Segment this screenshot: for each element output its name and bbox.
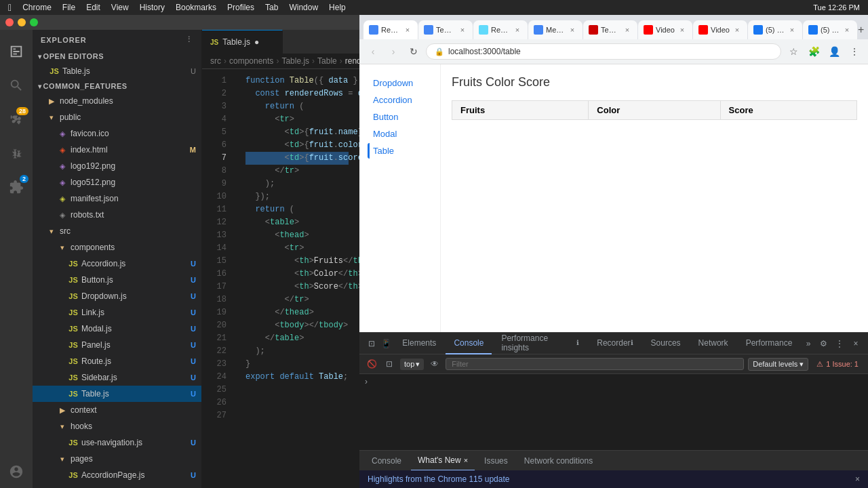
- search-activity-icon[interactable]: [0, 69, 33, 102]
- profile-btn[interactable]: 👤: [826, 43, 842, 60]
- chrome-tab-video2[interactable]: Video ×: [693, 20, 747, 39]
- bc-file[interactable]: Table.js: [281, 56, 309, 66]
- tab-close-memb[interactable]: ×: [568, 25, 577, 35]
- console-eye-icon[interactable]: 👁: [428, 357, 441, 371]
- chrome-tab-testing[interactable]: Testin... ×: [418, 20, 473, 39]
- chrome-tab-texas[interactable]: Texas ×: [583, 20, 637, 39]
- address-bar[interactable]: 🔒 localhost:3000/table: [426, 43, 781, 60]
- devtools-mobile-icon[interactable]: 📱: [380, 337, 393, 350]
- bc-components[interactable]: components: [229, 56, 273, 66]
- bc-src[interactable]: src: [210, 56, 221, 66]
- chrome-tab-mi2[interactable]: (5) Mi... ×: [803, 20, 857, 39]
- tree-components[interactable]: ▾ components: [33, 239, 201, 256]
- tree-panel-js[interactable]: JS Panel.js U: [33, 337, 201, 353]
- explorer-activity-icon[interactable]: [0, 35, 33, 68]
- tree-sidebar-js[interactable]: JS Sidebar.js U: [33, 369, 201, 386]
- nav-button[interactable]: Button: [368, 109, 432, 125]
- devtools-tab-elements[interactable]: Elements: [394, 333, 444, 354]
- tree-src[interactable]: ▾ src: [33, 223, 201, 239]
- menu-tab[interactable]: Tab: [265, 3, 278, 12]
- tree-index-html[interactable]: ◈ index.html M: [33, 142, 201, 158]
- console-context-selector[interactable]: top ▾: [400, 359, 424, 370]
- bottom-tab-whatsnew[interactable]: What's New ×: [411, 451, 475, 471]
- forward-btn[interactable]: ›: [385, 43, 401, 60]
- tree-table-js[interactable]: JS Table.js U: [33, 386, 201, 402]
- chrome-tab-mi1[interactable]: (5) Mi... ×: [748, 20, 802, 39]
- devtools-settings-icon[interactable]: ⚙: [816, 337, 830, 350]
- menu-view[interactable]: View: [111, 3, 129, 12]
- nav-modal[interactable]: Modal: [368, 126, 432, 142]
- tree-modal-js[interactable]: JS Modal.js U: [33, 321, 201, 337]
- tab-close-react[interactable]: ×: [513, 25, 522, 35]
- nav-accordion[interactable]: Accordion: [368, 92, 432, 108]
- menu-help[interactable]: Help: [329, 3, 346, 12]
- traffic-light-green[interactable]: [30, 18, 38, 26]
- tab-close-mi2[interactable]: ×: [842, 25, 852, 35]
- extensions-btn[interactable]: 🧩: [806, 43, 822, 60]
- nav-table[interactable]: Table: [368, 143, 432, 159]
- devtools-tab-performance[interactable]: Performance insights ℹ: [493, 333, 587, 354]
- tree-robots[interactable]: ◈ robots.txt: [33, 207, 201, 223]
- tree-favicon[interactable]: ◈ favicon.ico: [33, 125, 201, 142]
- chrome-new-tab-btn[interactable]: +: [858, 20, 864, 39]
- devtools-tab-recorder[interactable]: Recorder ℹ: [589, 333, 641, 354]
- tab-close-video2[interactable]: ×: [732, 25, 742, 35]
- tab-close-video1[interactable]: ×: [677, 25, 687, 35]
- bookmark-btn[interactable]: ☆: [785, 43, 802, 60]
- git-activity-icon[interactable]: 28: [0, 103, 33, 136]
- extensions-activity-icon[interactable]: 2: [0, 171, 33, 203]
- tab-close-render[interactable]: ×: [403, 25, 412, 35]
- menu-file[interactable]: File: [62, 3, 75, 12]
- console-clear-btn[interactable]: 🚫: [365, 357, 378, 371]
- bottom-tab-console[interactable]: Console: [365, 451, 408, 471]
- whatsnew-close-icon[interactable]: ×: [464, 456, 468, 464]
- tab-close-testing[interactable]: ×: [458, 25, 467, 35]
- devtools-more-options[interactable]: ⋮: [833, 337, 846, 350]
- bc-rendered-rows[interactable]: renderedRows: [345, 56, 359, 66]
- devtools-close-icon[interactable]: ×: [849, 337, 863, 350]
- code-editor[interactable]: 12345 678910 1112131415 1617181920 21222…: [202, 69, 359, 488]
- devtools-tab-network[interactable]: Network: [690, 333, 736, 354]
- tree-context[interactable]: ▶ context: [33, 402, 201, 418]
- open-editors-section[interactable]: ▾ OPEN EDITORS: [33, 49, 201, 63]
- back-btn[interactable]: ‹: [365, 43, 381, 60]
- console-area[interactable]: ›: [359, 374, 868, 450]
- tree-logo192[interactable]: ◈ logo192.png: [33, 158, 201, 174]
- tree-node_modules[interactable]: ▶ node_modules: [33, 93, 201, 109]
- console-issue-btn[interactable]: ⚠ 1 Issue: 1: [812, 359, 863, 370]
- chrome-tab-react[interactable]: React ×: [473, 20, 528, 39]
- console-filter-input[interactable]: [446, 358, 744, 370]
- remote-activity-icon[interactable]: [0, 455, 33, 488]
- tree-accordion-js[interactable]: JS Accordion.js U: [33, 256, 201, 272]
- chrome-tab-video1[interactable]: Video ×: [638, 20, 692, 39]
- bottom-tab-issues[interactable]: Issues: [477, 451, 515, 471]
- tab-close-mi1[interactable]: ×: [787, 25, 797, 35]
- menu-history[interactable]: History: [140, 3, 165, 12]
- nav-dropdown[interactable]: Dropdown: [368, 75, 432, 91]
- reload-btn[interactable]: ↻: [406, 43, 422, 60]
- new-file-icon[interactable]: ⋮: [185, 35, 193, 44]
- menu-btn[interactable]: ⋮: [846, 43, 863, 60]
- console-filter-toggle[interactable]: ⊡: [382, 357, 396, 371]
- traffic-light-red[interactable]: [5, 18, 14, 26]
- tree-route-js[interactable]: JS Route.js U: [33, 353, 201, 369]
- tree-dropdown-js[interactable]: JS Dropdown.js U: [33, 288, 201, 304]
- tree-buttonpage[interactable]: JS ButtonPage.js U: [33, 483, 201, 488]
- tree-link-js[interactable]: JS Link.js U: [33, 304, 201, 321]
- menu-chrome[interactable]: Chrome: [22, 3, 52, 12]
- devtools-tab-console[interactable]: Console: [446, 333, 492, 354]
- tree-public[interactable]: ▾ public: [33, 109, 201, 125]
- tree-use-navigation[interactable]: JS use-navigation.js U: [33, 434, 201, 451]
- tab-close-texas[interactable]: ×: [623, 25, 632, 35]
- tree-accordionpage[interactable]: JS AccordionPage.js U: [33, 467, 201, 483]
- devtools-more-tabs[interactable]: »: [802, 337, 815, 350]
- code-content[interactable]: function Table({ data }) { const rendere…: [235, 69, 359, 488]
- menu-edit[interactable]: Edit: [86, 3, 100, 12]
- highlights-close-btn[interactable]: ×: [855, 474, 860, 484]
- tree-logo512[interactable]: ◈ logo512.png: [33, 174, 201, 190]
- editor-tab-table-js[interactable]: JS Table.js ● ×: [202, 30, 283, 54]
- devtools-tab-sources[interactable]: Sources: [643, 333, 689, 354]
- menu-bookmarks[interactable]: Bookmarks: [176, 3, 216, 12]
- common-features-section[interactable]: ▾ COMMON_FEATURES: [33, 79, 201, 93]
- bc-table[interactable]: Table: [317, 56, 337, 66]
